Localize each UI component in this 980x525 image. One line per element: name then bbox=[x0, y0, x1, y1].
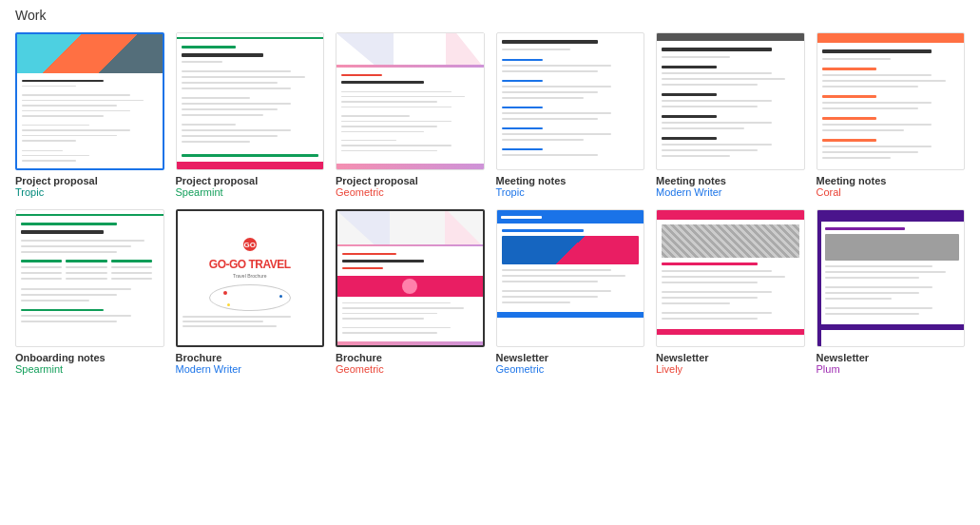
sub-onboard-spearmint: Spearmint bbox=[15, 363, 164, 375]
label-newsletter-geo: Newsletter bbox=[496, 352, 645, 363]
template-item-meeting-modern[interactable]: Meeting notes Modern Writer bbox=[656, 32, 805, 198]
template-thumb-project-geometric bbox=[336, 32, 485, 170]
template-item-brochure-mw[interactable]: GO GO-GO TRAVEL Travel Brochure bbox=[176, 209, 325, 375]
sub-project-spearmint: Spearmint bbox=[176, 186, 325, 198]
label-newsletter-lively: Newsletter bbox=[656, 352, 805, 363]
sub-newsletter-geo: Geometric bbox=[496, 363, 645, 375]
label-brochure-mw: Brochure bbox=[176, 352, 325, 363]
template-thumb-meeting-coral bbox=[817, 32, 966, 170]
sub-brochure-geo: Geometric bbox=[336, 363, 485, 375]
template-item-newsletter-lively[interactable]: Newsletter Lively bbox=[656, 209, 805, 375]
template-item-newsletter-plum[interactable]: Newsletter Plum bbox=[817, 209, 966, 375]
label-meeting-modern: Meeting notes bbox=[656, 175, 805, 186]
template-grid: Project proposal Tropic bbox=[0, 29, 980, 390]
sub-newsletter-plum: Plum bbox=[817, 363, 966, 375]
template-thumb-project-tropic bbox=[15, 32, 164, 170]
template-item-newsletter-geo[interactable]: Newsletter Geometric bbox=[496, 209, 645, 375]
template-item-project-tropic[interactable]: Project proposal Tropic bbox=[15, 32, 164, 198]
template-item-project-geometric[interactable]: Project proposal Geometric bbox=[336, 32, 485, 198]
label-project-tropic: Project proposal bbox=[15, 175, 164, 186]
label-meeting-tropic: Meeting notes bbox=[496, 175, 645, 186]
template-thumb-brochure-geo bbox=[336, 209, 485, 347]
template-thumb-newsletter-plum bbox=[817, 209, 966, 347]
template-thumb-newsletter-geo bbox=[496, 209, 645, 347]
template-item-meeting-tropic[interactable]: Meeting notes Tropic bbox=[496, 32, 645, 198]
template-thumb-meeting-modern bbox=[656, 32, 805, 170]
label-newsletter-plum: Newsletter bbox=[817, 352, 966, 363]
template-thumb-meeting-tropic bbox=[496, 32, 645, 170]
sub-newsletter-lively: Lively bbox=[656, 363, 805, 375]
sub-project-tropic: Tropic bbox=[15, 186, 164, 198]
sub-meeting-coral: Coral bbox=[817, 186, 966, 198]
sub-brochure-mw: Modern Writer bbox=[176, 363, 325, 375]
label-project-spearmint: Project proposal bbox=[176, 175, 325, 186]
template-thumb-onboard-spearmint bbox=[15, 209, 164, 347]
sub-project-geometric: Geometric bbox=[336, 186, 485, 198]
sub-meeting-modern: Modern Writer bbox=[656, 186, 805, 198]
template-item-project-spearmint[interactable]: Project proposal Spearmint bbox=[176, 32, 325, 198]
template-thumb-newsletter-lively bbox=[656, 209, 805, 347]
sub-meeting-tropic: Tropic bbox=[496, 186, 645, 198]
label-brochure-geo: Brochure bbox=[336, 352, 485, 363]
template-item-brochure-geo[interactable]: Brochure Geometric bbox=[336, 209, 485, 375]
page-title: Work bbox=[0, 0, 980, 29]
label-project-geometric: Project proposal bbox=[336, 175, 485, 186]
label-onboard-spearmint: Onboarding notes bbox=[15, 352, 164, 363]
template-item-meeting-coral[interactable]: Meeting notes Coral bbox=[817, 32, 966, 198]
label-meeting-coral: Meeting notes bbox=[817, 175, 966, 186]
template-item-onboard-spearmint[interactable]: Onboarding notes Spearmint bbox=[15, 209, 164, 375]
template-thumb-project-spearmint bbox=[176, 32, 325, 170]
template-thumb-brochure-mw: GO GO-GO TRAVEL Travel Brochure bbox=[176, 209, 325, 347]
